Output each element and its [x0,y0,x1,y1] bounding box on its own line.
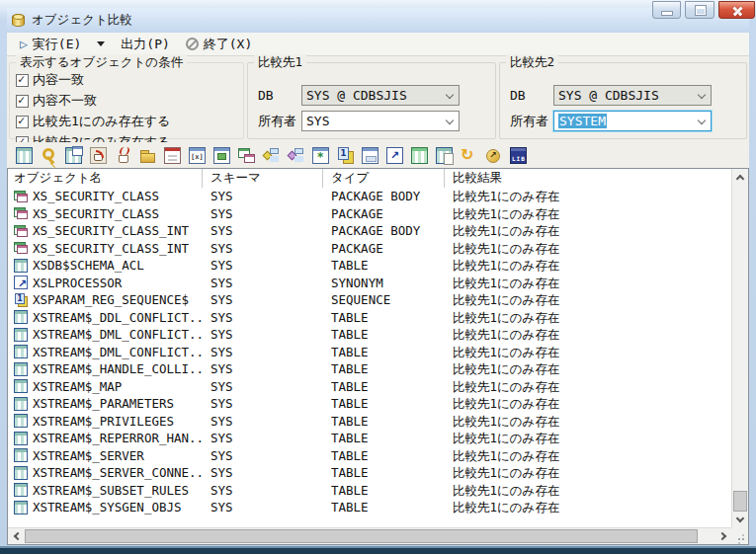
target1-owner-combobox[interactable]: SYS [301,111,460,131]
output-button[interactable]: 出力(P) [116,34,174,55]
window-titlebar-icon[interactable] [362,147,378,164]
target1-db-combobox[interactable]: SYS @ CDBSJIS [301,85,460,106]
table-row[interactable]: XSTREAM$_HANDLE_COLLI... SYS TABLE 比較先1に… [8,360,731,378]
package-folder-icon[interactable] [139,147,156,164]
close-button[interactable] [718,1,755,19]
object-name: XSLPROCESSOR [33,275,122,292]
package-icon [14,224,28,238]
column-header-type[interactable]: タイプ [323,169,445,188]
resize-grip[interactable] [731,527,748,544]
exit-label: 終了(X) [204,36,252,53]
result-cell: 比較先1にのみ存在 [445,499,731,516]
maximize-button[interactable] [685,1,714,19]
column-header-object-name[interactable]: オブジェクト名 [8,169,203,188]
schema-cell: SYS [203,240,323,258]
table-row[interactable]: XSTREAM$_PRIVILEGES SYS TABLE 比較先1にのみ存在 [8,413,731,431]
target2-db-value: SYS @ CDBSJIS [558,88,659,103]
checkbox-checked-icon[interactable]: ✓ [16,116,29,128]
window-red-icon[interactable] [164,147,181,164]
table-grid-icon[interactable] [16,147,33,164]
table-row[interactable]: XS_SECURITY_CLASS_INT SYS PACKAGE BODY 比… [8,222,731,240]
hierarchy-type-icon[interactable] [263,147,280,164]
checkbox-checked-icon[interactable]: ✓ [16,74,29,87]
object-name: XS_SECURITY_CLASS_INT [33,240,189,258]
table-row[interactable]: XSTREAM$_SERVER_CONNE... SYS TABLE 比較先1に… [8,464,731,482]
window-asterisk-icon[interactable] [312,147,329,164]
result-cell: 比較先1にのみ存在 [445,344,731,361]
object-name: XS_SECURITY_CLASS [33,188,159,205]
library-icon[interactable] [510,147,527,164]
refresh-icon[interactable] [461,147,477,164]
target1-owner-value: SYS [306,114,329,128]
type-cell: SEQUENCE [323,291,445,309]
chevron-up-icon [736,175,744,183]
table-row[interactable]: XSTREAM$_PARAMETERS SYS TABLE 比較先1にのみ存在 [8,395,731,413]
filter-option[interactable]: ✓ 内容不一致 [16,92,170,110]
table-row[interactable]: XSTREAM$_SERVER SYS TABLE 比較先1にのみ存在 [8,447,731,465]
filter-checkbox-list: ✓ 内容一致 ✓ 内容不一致 ✓ 比較先1にのみ存在する ✓ 比較先2にのみ存在… [16,71,170,151]
vertical-scroll-thumb[interactable] [733,491,747,512]
table-green-icon[interactable] [411,147,428,164]
table-row[interactable]: XS_SECURITY_CLASS_INT SYS PACKAGE 比較先1にの… [8,240,731,258]
table-row[interactable]: XSTREAM$_DML_CONFLICT... SYS TABLE 比較先1に… [8,326,731,344]
object-name: XSPARAM_REG_SEQUENCE$ [33,291,189,309]
window-green-icon[interactable] [213,147,230,164]
result-cell: 比較先1にのみ存在 [445,326,731,344]
schema-cell: SYS [203,309,323,327]
column-header-result[interactable]: 比較結果 [445,169,731,188]
function-icon[interactable] [115,147,131,164]
horizontal-scrollbar[interactable] [8,527,732,544]
run-button[interactable]: ▷ 実行(E) [15,34,86,55]
table-row[interactable]: XSTREAM$_DDL_CONFLICT... SYS TABLE 比較先1に… [8,309,731,327]
exit-button[interactable]: 終了(X) [181,34,257,55]
scroll-right-button[interactable] [715,528,732,545]
key-icon[interactable] [41,147,57,164]
column-header-schema[interactable]: スキーマ [203,169,323,188]
window-fx-icon[interactable] [189,147,206,164]
view-icon[interactable] [65,147,82,164]
table-row[interactable]: XS_SECURITY_CLASS SYS PACKAGE 比較先1にのみ存在 [8,205,731,223]
object-name: XSTREAM$_HANDLE_COLLI... [33,360,203,378]
package-windows-icon[interactable] [238,147,255,164]
vertical-scrollbar[interactable] [731,169,748,528]
table-row[interactable]: XSTREAM$_SYSGEN_OBJS SYS TABLE 比較先1にのみ存在 [8,499,731,516]
horizontal-scroll-thumb[interactable] [25,529,698,543]
object-name: XS_SECURITY_CLASS [33,205,159,223]
type-cell: SYNONYM [323,275,445,292]
chevron-down-icon [736,514,744,522]
hierarchy-subtype-icon[interactable] [288,147,304,164]
synonym-icon[interactable] [386,147,403,164]
table-row[interactable]: XSTREAM$_REPERROR_HAN... SYS TABLE 比較先1に… [8,430,731,447]
checkbox-checked-icon[interactable]: ✓ [16,95,29,108]
titlebar[interactable]: オブジェクト比較 [7,8,749,33]
grid-header: オブジェクト名 スキーマ タイプ 比較結果 [8,169,731,188]
table-row[interactable]: XSPARAM_REG_SEQUENCE$ SYS SEQUENCE 比較先1に… [8,291,731,309]
scroll-down-button[interactable] [732,512,749,528]
minimize-button[interactable] [652,1,681,19]
table-row[interactable]: XSTREAM$_MAP SYS TABLE 比較先1にのみ存在 [8,378,731,396]
scroll-up-button[interactable] [732,169,749,186]
coin-arrow-icon[interactable] [485,147,502,164]
synonym-icon [14,276,28,289]
sequence-icon[interactable] [337,147,354,164]
table-row[interactable]: XSTREAM$_DML_CONFLICT... SYS TABLE 比較先1に… [8,344,731,361]
scroll-left-button[interactable] [8,528,25,545]
table-row[interactable]: XSDB$SCHEMA_ACL SYS TABLE 比較先1にのみ存在 [8,257,731,275]
schema-cell: SYS [203,257,323,275]
table-row[interactable]: XSTREAM$_SUBSET_RULES SYS TABLE 比較先1にのみ存… [8,482,731,500]
table-icon [14,501,28,514]
target2-owner-combobox[interactable]: SYSTEM [553,111,712,131]
chevron-left-icon [14,532,22,540]
target2-db-combobox[interactable]: SYS @ CDBSJIS [553,85,712,106]
procedure-icon[interactable] [90,147,107,164]
table-row[interactable]: XSLPROCESSOR SYS SYNONYM 比較先1にのみ存在 [8,275,731,292]
object-name: XSDB$SCHEMA_ACL [33,257,144,275]
table-doc-icon[interactable] [436,147,453,164]
filter-option[interactable]: ✓ 内容一致 [16,71,170,89]
result-cell: 比較先1にのみ存在 [445,240,731,258]
run-options-dropdown[interactable] [92,40,110,48]
package-icon [14,241,28,255]
filter-option[interactable]: ✓ 比較先1にのみ存在する [16,113,170,130]
maximize-icon [696,6,706,15]
table-row[interactable]: XS_SECURITY_CLASS SYS PACKAGE BODY 比較先1に… [8,188,731,205]
